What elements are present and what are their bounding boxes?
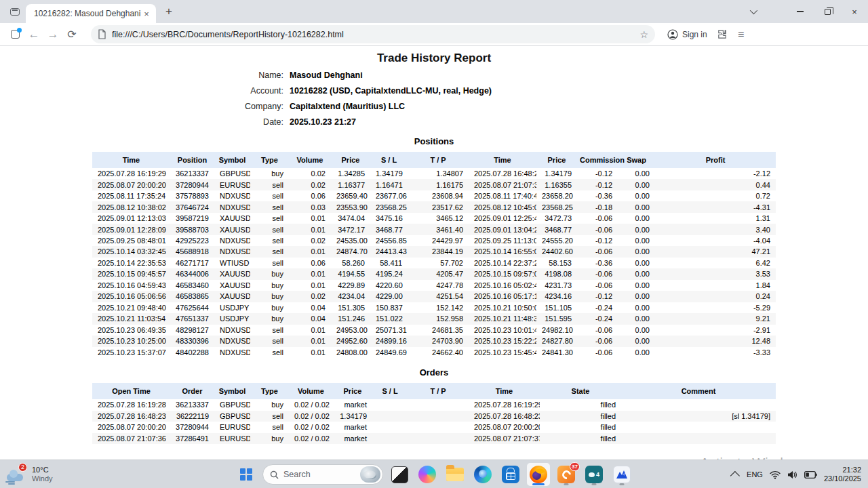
browser-tab[interactable]: 10216282: Masoud Dehghani - Trad ×: [26, 4, 156, 23]
table-cell: 2025.07.28 16:48:23: [92, 411, 170, 422]
table-cell: 3472.73: [536, 213, 577, 224]
table-cell: 2025.08.12 10:45:04: [469, 201, 536, 212]
orange-app-badge: 37: [570, 462, 580, 471]
window-close-button[interactable]: ×: [841, 0, 868, 23]
sign-in-label: Sign in: [682, 30, 707, 39]
table-cell: -2.91: [655, 325, 776, 336]
bookmark-star-icon[interactable]: ☆: [639, 29, 648, 40]
table-cell: 37280944: [170, 422, 214, 432]
table-cell: 3.40: [655, 224, 776, 235]
microsoft-store-icon[interactable]: [499, 463, 522, 486]
workspaces-icon[interactable]: [5, 25, 24, 44]
tray-chevron-icon[interactable]: [730, 471, 740, 481]
table-cell: -0.12: [577, 291, 618, 302]
edge-icon[interactable]: [471, 463, 494, 486]
trading-app-icon[interactable]: [610, 463, 633, 486]
table-cell: WTIUSD: [214, 258, 250, 268]
table-cell: 4247.78: [408, 280, 469, 291]
table-cell: 4205.47: [408, 268, 469, 279]
table-cell: filled: [540, 422, 621, 432]
file-explorer-icon[interactable]: [443, 463, 467, 486]
table-cell: EURUSD: [214, 179, 250, 190]
table-cell: 0.01: [289, 336, 331, 346]
table-row: 2025.07.28 16:19:2836213337GBPUSDbuy0.02…: [92, 399, 776, 410]
clock-date: 23/10/2025: [824, 474, 861, 483]
table-cell: 4229.00: [370, 291, 408, 302]
table-cell: sell: [250, 201, 289, 212]
table-cell: 0.03: [289, 201, 331, 212]
column-header: S / L: [372, 383, 408, 399]
table-cell: 24662.40: [408, 347, 469, 358]
column-header: Commission: [577, 152, 618, 168]
sign-in-button[interactable]: Sign in: [662, 26, 713, 43]
table-cell: 0.02 / 0.02: [289, 411, 333, 422]
table-cell: 0.06: [289, 258, 331, 268]
table-cell: market: [333, 433, 372, 444]
taskbar-clock[interactable]: 21:32 23/10/2025: [824, 466, 861, 483]
volume-icon[interactable]: [787, 470, 797, 479]
table-cell: 2025.09.01 12:28:09: [92, 224, 170, 235]
taskbar-search-input[interactable]: Search: [262, 464, 383, 485]
table-cell: 151.105: [536, 302, 577, 313]
teal-app-icon[interactable]: 4: [583, 463, 606, 486]
table-cell: 36213337: [170, 399, 214, 410]
copilot-icon[interactable]: [416, 463, 439, 486]
forward-icon[interactable]: →: [43, 25, 62, 44]
orange-app-icon[interactable]: 37: [555, 463, 578, 486]
table-cell: buy: [250, 302, 289, 313]
tab-actions-menu-icon[interactable]: [5, 3, 24, 20]
column-header: T / P: [408, 152, 469, 168]
table-cell: -0.06: [577, 246, 618, 257]
table-cell: 24849.69: [370, 347, 408, 358]
table-cell: 1.16355: [536, 179, 577, 190]
table-cell: 2025.09.01 13:04:28: [469, 224, 536, 235]
wifi-icon[interactable]: [770, 470, 781, 479]
refresh-icon[interactable]: ⟳: [62, 25, 81, 44]
table-cell: 24413.43: [370, 246, 408, 257]
windows-logo-icon: [240, 468, 252, 481]
table-cell: EURUSD: [214, 422, 250, 432]
tab-close-icon[interactable]: ×: [141, 8, 152, 19]
weather-widget[interactable]: 2 10°C Windy: [0, 466, 149, 483]
search-highlight-image[interactable]: [360, 466, 380, 483]
table-cell: 0.02: [289, 291, 331, 302]
dark-app-icon[interactable]: [388, 463, 411, 486]
table-cell: 0.01: [289, 325, 331, 336]
table-cell: filled: [540, 433, 621, 444]
address-bar[interactable]: file:///C:/Users/BRC/Documents/ReportHis…: [91, 25, 655, 43]
minimize-button[interactable]: [787, 0, 814, 23]
table-cell: 4198.08: [536, 268, 577, 279]
table-cell: 1.34807: [408, 168, 469, 179]
table-cell: 0.00: [618, 302, 655, 313]
column-header: Price: [536, 152, 577, 168]
restore-button[interactable]: [814, 0, 841, 23]
table-cell: 2025.10.14 16:55:07: [469, 246, 536, 257]
table-cell: 24555.20: [536, 235, 577, 246]
table-cell: buy: [250, 168, 289, 179]
language-indicator[interactable]: ENG: [747, 470, 763, 479]
table-cell: 57.702: [408, 258, 469, 268]
column-header: S / L: [370, 152, 408, 168]
table-cell: 4220.60: [370, 280, 408, 291]
table-cell: -0.06: [577, 347, 618, 358]
table-cell: 0.00: [618, 190, 655, 201]
table-cell: [372, 433, 408, 444]
new-tab-button[interactable]: +: [160, 3, 178, 20]
browser-menu-icon[interactable]: ≡: [732, 25, 751, 44]
back-icon[interactable]: ←: [24, 25, 43, 44]
table-cell: 37578893: [170, 190, 214, 201]
table-cell: 0.00: [618, 235, 655, 246]
company-label: Company:: [0, 102, 283, 111]
firefox-icon[interactable]: [527, 463, 550, 486]
table-cell: -0.06: [577, 336, 618, 346]
tab-list-chevron-icon[interactable]: [750, 7, 757, 14]
table-cell: [408, 433, 469, 444]
start-button[interactable]: [235, 463, 258, 486]
battery-icon[interactable]: [804, 471, 817, 479]
table-cell: 24952.60: [331, 336, 370, 346]
table-cell: buy: [250, 399, 289, 410]
table-cell: -4.04: [655, 235, 776, 246]
table-cell: [621, 433, 776, 444]
extensions-puzzle-icon[interactable]: [713, 25, 732, 44]
table-cell: 0.00: [618, 347, 655, 358]
